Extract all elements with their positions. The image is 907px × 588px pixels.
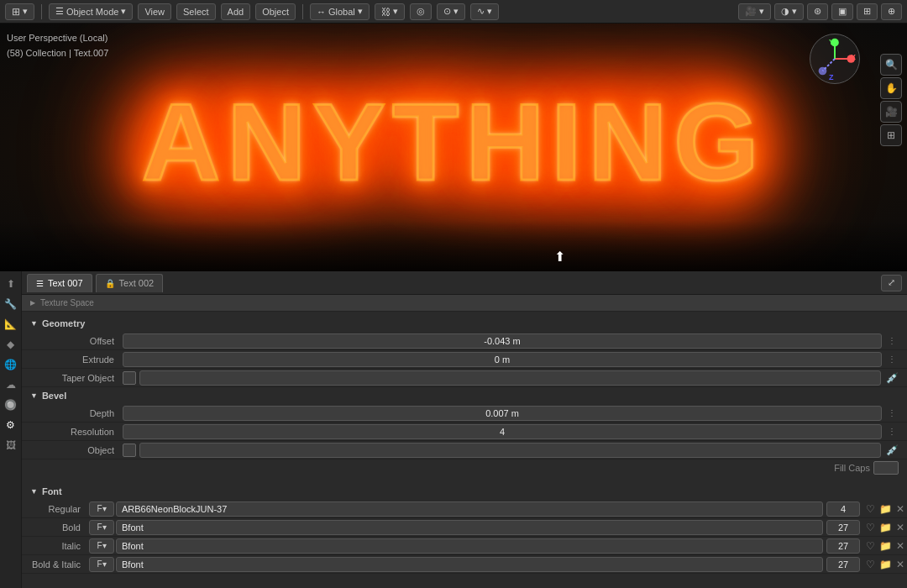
view-mode-btn[interactable]: ⊞: [857, 3, 878, 20]
sidebar-icon-scene[interactable]: ⬆: [2, 275, 20, 293]
font-italic-type-btn[interactable]: F▾: [89, 538, 114, 554]
font-bold-folder-icon[interactable]: 📁: [878, 522, 892, 533]
xray-btn[interactable]: ▣: [831, 3, 853, 20]
panel-options-btn[interactable]: ⤢: [881, 275, 902, 291]
viewport-gizmo[interactable]: X Y Z: [810, 34, 860, 84]
bevel-section-title[interactable]: ▼ Bevel: [22, 387, 907, 404]
move-btn[interactable]: ✋: [880, 77, 902, 99]
tab-text002[interactable]: 🔒 Text 002: [96, 274, 164, 292]
extrude-options-icon[interactable]: ⋮: [885, 354, 899, 364]
view-label: View: [144, 7, 165, 17]
font-italic-fav-icon[interactable]: ♡: [863, 540, 877, 552]
depth-field[interactable]: 0.007 m: [123, 406, 882, 421]
font-regular-actions: ♡ 📁 ✕: [863, 503, 907, 515]
overlay-btn[interactable]: ⊛: [807, 3, 828, 20]
transform-btn[interactable]: ↔ Global ▾: [310, 3, 370, 20]
offset-options-icon[interactable]: ⋮: [885, 336, 899, 345]
grid-btn[interactable]: ⊞: [880, 124, 902, 146]
left-sidebar: ⬆ 🔧 📐 ◆ 🌐 ☁ 🔘 ⚙ 🖼: [0, 271, 22, 588]
tab-text002-icon: 🔒: [105, 279, 115, 288]
extrude-label: Extrude: [22, 354, 123, 365]
font-regular-folder-icon[interactable]: 📁: [878, 503, 892, 515]
geometry-section-title[interactable]: ▼ Geometry: [22, 315, 907, 332]
select-label: Select: [183, 7, 209, 17]
snap-btn[interactable]: ⛓ ▾: [375, 3, 405, 20]
resolution-options-icon[interactable]: ⋮: [885, 427, 899, 436]
font-regular-num-field[interactable]: 4: [826, 501, 860, 517]
object-menu-btn[interactable]: Object: [255, 3, 296, 20]
sidebar-icon-mod[interactable]: 🌐: [2, 355, 20, 374]
add-menu-btn[interactable]: Add: [221, 3, 251, 20]
render-engine-btn[interactable]: 🎥▾: [738, 3, 771, 20]
font-bold-italic-type-btn[interactable]: F▾: [89, 557, 114, 572]
sidebar-icon-mat[interactable]: 🖼: [2, 436, 20, 454]
taper-field[interactable]: [139, 370, 881, 386]
font-italic-num-field[interactable]: 27: [826, 538, 860, 554]
font-bold-close-icon[interactable]: ✕: [894, 522, 907, 533]
transform-pivot-btn[interactable]: ⊙ ▾: [437, 3, 465, 20]
depth-options-icon[interactable]: ⋮: [885, 408, 899, 417]
font-regular-close-icon[interactable]: ✕: [894, 503, 907, 515]
geometry-chevron-icon: ▼: [30, 319, 38, 328]
svg-point-5: [819, 67, 827, 76]
font-italic-close-icon[interactable]: ✕: [894, 540, 907, 552]
resolution-field[interactable]: 4: [123, 424, 882, 439]
font-italic-label: Italic: [22, 541, 89, 551]
extrude-field[interactable]: 0 m: [123, 352, 882, 367]
bevel-object-field[interactable]: [139, 443, 881, 458]
sidebar-icon-obj[interactable]: ◆: [2, 335, 20, 354]
object-label: Object: [262, 7, 289, 17]
font-bold-italic-fav-icon[interactable]: ♡: [863, 559, 877, 570]
font-bold-italic-name-field[interactable]: Bfont: [116, 557, 823, 572]
font-bold-italic-actions: ♡ 📁 ✕: [863, 559, 907, 570]
font-regular-type-btn[interactable]: F▾: [89, 501, 114, 517]
eyedropper-icon[interactable]: 💉: [886, 372, 899, 384]
font-regular-fav-icon[interactable]: ♡: [863, 503, 877, 515]
viewport-shading-btn[interactable]: ◑▾: [774, 3, 804, 20]
bevel-object-checkbox[interactable]: [123, 444, 136, 457]
properties-content[interactable]: ▶ Texture Space ▼ Geometry Offset -0.043…: [22, 295, 907, 588]
tab-text007[interactable]: ☰ Text 007: [27, 274, 92, 292]
font-bold-name-field[interactable]: Bfont: [116, 520, 823, 535]
editor-type-btn[interactable]: ⊞ ▾: [5, 3, 34, 20]
font-title-label: Font: [42, 486, 62, 496]
taper-checkbox[interactable]: [123, 371, 136, 385]
depth-value: 0.007 m: [485, 408, 519, 418]
workspace-btn[interactable]: ⊕: [881, 3, 902, 20]
camera-view-btn[interactable]: 🔍: [880, 54, 902, 76]
camera-btn[interactable]: 🎥: [880, 101, 902, 123]
font-italic-folder-icon[interactable]: 📁: [878, 540, 892, 552]
bevel-object-label: Object: [22, 445, 123, 455]
panel-fullscreen-btn[interactable]: ⤢: [881, 275, 902, 291]
font-bold-italic-num-field[interactable]: 27: [826, 557, 860, 572]
font-bold-italic-folder-icon[interactable]: 📁: [878, 559, 892, 570]
offset-field[interactable]: -0.043 m: [123, 333, 882, 349]
font-section-title[interactable]: ▼ Font: [22, 483, 907, 500]
texture-space-header[interactable]: ▶ Texture Space: [22, 295, 907, 312]
view-menu-btn[interactable]: View: [138, 3, 171, 20]
object-mode-btn[interactable]: ☰ Object Mode ▾: [49, 3, 133, 20]
viewport[interactable]: ANYTHING User Perspective (Local) (58) C…: [0, 24, 907, 271]
bevel-eyedropper-icon[interactable]: 💉: [886, 444, 899, 456]
fill-caps-checkbox[interactable]: [873, 461, 899, 475]
sidebar-icon-physics[interactable]: 🔘: [2, 396, 20, 414]
font-bold-italic-close-icon[interactable]: ✕: [894, 559, 907, 570]
bevel-subsection: ▼ Bevel Depth 0.007 m ⋮ Resolution: [22, 387, 907, 476]
font-bold-row: Bold F▾ Bfont 27 ♡ 📁 ✕: [22, 518, 907, 537]
font-regular-name-field[interactable]: ARB66NeonBlockJUN-37: [116, 501, 823, 517]
sidebar-icon-data[interactable]: ⚙: [2, 416, 20, 434]
font-italic-name-field[interactable]: Bfont: [116, 538, 823, 554]
sidebar-icon-particles[interactable]: ☁: [2, 375, 20, 394]
font-bold-fav-icon[interactable]: ♡: [863, 522, 877, 533]
chevron-right-icon: ▶: [30, 299, 35, 307]
graph-btn[interactable]: ∿ ▾: [470, 3, 499, 20]
select-menu-btn[interactable]: Select: [176, 3, 216, 20]
resolution-label: Resolution: [22, 427, 123, 437]
font-regular-name-value: ARB66NeonBlockJUN-37: [122, 504, 227, 514]
font-regular-row: Regular F▾ ARB66NeonBlockJUN-37 4 ♡ 📁 ✕: [22, 500, 907, 518]
font-bold-type-btn[interactable]: F▾: [89, 520, 114, 535]
sidebar-icon-view[interactable]: 📐: [2, 315, 20, 333]
sidebar-icon-tool[interactable]: 🔧: [2, 295, 20, 313]
proportional-btn[interactable]: ◎: [410, 3, 432, 20]
font-bold-num-field[interactable]: 27: [826, 520, 860, 535]
